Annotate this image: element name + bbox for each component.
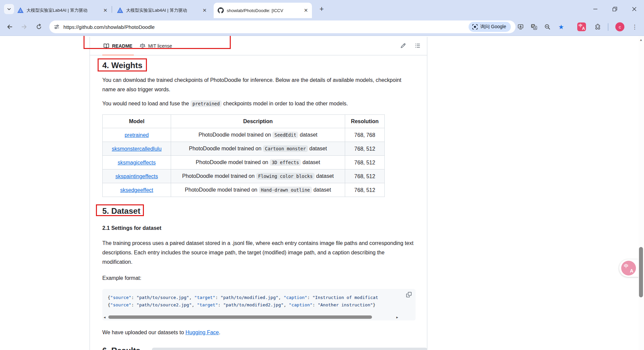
address-bar[interactable]: https://github.com/showlab/PhotoDoodle 询… bbox=[49, 20, 516, 33]
page-content: README MIT license 4. Weights bbox=[0, 36, 644, 350]
badge-char: 中 bbox=[624, 263, 628, 269]
results-heading: 6. Results bbox=[102, 345, 140, 350]
tab-close-icon[interactable]: ✕ bbox=[303, 8, 309, 13]
reload-button[interactable] bbox=[36, 23, 42, 30]
tab-lab4ai-2[interactable]: 大模型实验室Lab4AI | 算力驱动 ✕ bbox=[113, 3, 211, 18]
copy-code-button[interactable] bbox=[406, 292, 412, 298]
outline-button[interactable] bbox=[415, 43, 420, 49]
restore-icon bbox=[612, 7, 617, 11]
tab-separator bbox=[112, 6, 112, 13]
pencil-icon bbox=[400, 43, 406, 48]
annotation-box-weights bbox=[98, 58, 147, 71]
tab-strip: 大模型实验室Lab4AI | 算力驱动 ✕ 大模型实验室Lab4AI | 算力驱… bbox=[0, 0, 644, 18]
resolution-cell: 768, 512 bbox=[345, 142, 385, 156]
scroll-left-arrow-icon[interactable]: ◂ bbox=[104, 315, 106, 319]
tab-lab4ai-1[interactable]: 大模型实验室Lab4AI | 算力驱动 ✕ bbox=[13, 3, 111, 18]
tab-title: showlab/PhotoDoodle: [ICCV bbox=[227, 8, 301, 13]
description-cell: PhotoDoodle model trained on 3D effects … bbox=[171, 156, 345, 169]
puzzle-icon bbox=[594, 23, 601, 30]
model-cell: sksmagiceffects bbox=[103, 156, 171, 169]
table-header-cell: Model bbox=[103, 115, 171, 128]
table-row: sksmonstercalledluluPhotoDoodle model tr… bbox=[103, 142, 385, 156]
minimize-button[interactable] bbox=[586, 0, 605, 18]
lab4ai-favicon bbox=[117, 7, 123, 13]
translate-page-button[interactable] bbox=[531, 23, 537, 30]
url-text[interactable]: https://github.com/showlab/PhotoDoodle bbox=[63, 24, 155, 30]
page-scrollbar[interactable]: ▲ bbox=[638, 36, 644, 350]
weights-paragraph-1: You can download the trained checkpoints… bbox=[102, 76, 415, 94]
toolbar-divider bbox=[608, 23, 608, 31]
inline-code-chip: 3D effects bbox=[270, 159, 301, 166]
forward-button[interactable] bbox=[21, 23, 28, 30]
readme-body: 4. Weights You can download the trained … bbox=[90, 55, 427, 350]
immersive-translate-float-icon: 中 A bbox=[621, 261, 636, 276]
chrome-menu-button[interactable]: ⋮ bbox=[632, 23, 638, 31]
tab-title: 大模型实验室Lab4AI | 算力驱动 bbox=[126, 7, 200, 13]
example-format-label: Example format: bbox=[102, 273, 415, 283]
dataset-subheading: 2.1 Settings for dataset bbox=[102, 225, 415, 231]
translate-extension-icon[interactable]: 中 A bbox=[577, 22, 586, 31]
code-line: {"source": "path/to/source2.jpg", "targe… bbox=[108, 301, 410, 309]
tab-title: 大模型实验室Lab4AI | 算力驱动 bbox=[26, 7, 101, 13]
table-row: pretrainedPhotoDoodle model trained on S… bbox=[103, 128, 385, 142]
badge-char: A bbox=[582, 26, 585, 31]
profile-avatar[interactable]: c bbox=[615, 22, 625, 32]
list-icon bbox=[415, 43, 420, 48]
avatar: c bbox=[615, 22, 625, 32]
tab-close-icon[interactable]: ✕ bbox=[103, 8, 108, 13]
model-cell: skspaintingeffects bbox=[103, 169, 171, 183]
zoom-out-magnifier-icon bbox=[544, 23, 551, 30]
copy-icon bbox=[406, 292, 412, 297]
close-window-button[interactable] bbox=[625, 0, 644, 18]
paragraph-text: checkpoints model in order to load the o… bbox=[223, 101, 348, 106]
inline-code-chip: Hand-drawn outline bbox=[259, 187, 312, 193]
site-settings-icon[interactable] bbox=[53, 23, 60, 30]
annotation-box-dataset bbox=[96, 204, 144, 216]
model-link[interactable]: sksmagiceffects bbox=[118, 160, 156, 165]
model-link[interactable]: pretrained bbox=[124, 132, 149, 138]
table-row: skspaintingeffectsPhotoDoodle model trai… bbox=[103, 169, 385, 183]
install-icon bbox=[517, 23, 524, 30]
weights-paragraph-2: You would need to load and fuse the pret… bbox=[102, 99, 415, 108]
edit-readme-button[interactable] bbox=[400, 43, 406, 49]
lab4ai-favicon bbox=[17, 7, 23, 13]
hugging-face-link[interactable]: Hugging Face bbox=[185, 330, 219, 335]
install-app-button[interactable] bbox=[517, 23, 524, 30]
model-link[interactable]: skspaintingeffects bbox=[115, 173, 158, 179]
model-link[interactable]: sksmonstercalledlulu bbox=[112, 146, 162, 152]
horizontal-scrollbar[interactable]: ◂ ▸ bbox=[104, 315, 398, 319]
model-cell: sksedgeeffect bbox=[103, 183, 171, 197]
scroll-up-arrow-icon[interactable]: ▲ bbox=[639, 38, 643, 42]
page-scroll-thumb[interactable] bbox=[639, 247, 643, 297]
chevron-down-icon bbox=[7, 7, 11, 11]
close-icon bbox=[632, 7, 637, 11]
google-lens-icon bbox=[472, 24, 478, 30]
restore-button[interactable] bbox=[605, 0, 625, 18]
badge-char: A bbox=[630, 268, 633, 273]
inline-code-chip: pretrained bbox=[191, 100, 222, 107]
tab-search-button[interactable] bbox=[4, 4, 14, 14]
description-cell: PhotoDoodle model trained on SeedEdit da… bbox=[171, 128, 345, 142]
new-tab-button[interactable]: + bbox=[317, 4, 326, 14]
zoom-button[interactable] bbox=[544, 23, 551, 30]
extensions-button[interactable] bbox=[594, 23, 601, 30]
readme-card: README MIT license 4. Weights bbox=[90, 37, 427, 350]
scroll-right-arrow-icon[interactable]: ▸ bbox=[396, 315, 398, 319]
description-cell: PhotoDoodle model trained on Flowing col… bbox=[171, 169, 345, 183]
horizontal-scroll-thumb[interactable] bbox=[108, 315, 372, 319]
paragraph-text: You would need to load and fuse the bbox=[102, 101, 189, 106]
reload-icon bbox=[36, 23, 42, 30]
inline-code-chip: Flowing color blocks bbox=[256, 173, 315, 180]
next-section-media-edge bbox=[152, 348, 427, 350]
bookmark-star-icon[interactable]: ★ bbox=[558, 23, 564, 31]
back-button[interactable] bbox=[6, 23, 13, 30]
description-cell: PhotoDoodle model trained on Hand-drawn … bbox=[171, 183, 345, 197]
browser-window: 大模型实验室Lab4AI | 算力驱动 ✕ 大模型实验室Lab4AI | 算力驱… bbox=[0, 0, 644, 350]
tab-close-icon[interactable]: ✕ bbox=[202, 8, 207, 13]
translate-icon bbox=[531, 23, 537, 30]
ask-google-chip[interactable]: 询问 Google bbox=[469, 22, 511, 32]
table-row: sksmagiceffectsPhotoDoodle model trained… bbox=[103, 156, 385, 169]
paragraph-text: . bbox=[219, 330, 220, 335]
tab-photodoodle-active[interactable]: showlab/PhotoDoodle: [ICCV ✕ bbox=[214, 3, 312, 18]
model-link[interactable]: sksedgeeffect bbox=[120, 187, 153, 193]
